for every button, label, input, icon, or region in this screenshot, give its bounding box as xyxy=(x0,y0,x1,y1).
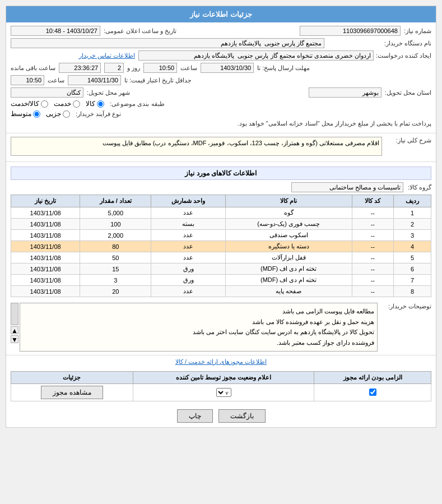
tarikh-ersal-date xyxy=(201,63,254,73)
saat-label1: ساعت xyxy=(180,64,197,72)
col-kod: کد کالا xyxy=(352,195,393,207)
table-row: 7 -- تخته ام دی اف (MDF) ورق 3 1403/11/0… xyxy=(11,275,431,286)
col-tedad: تعداد / مقدار xyxy=(80,195,151,207)
shomare-niaz-input xyxy=(300,26,401,36)
shahr-label: شهر محل تحویل: xyxy=(87,89,130,96)
jadaval-time xyxy=(11,75,44,85)
group-value xyxy=(291,182,403,192)
back-button[interactable]: بازگشت xyxy=(218,409,266,423)
nam-dastgah-label: نام دستگاه خریدار: xyxy=(384,40,431,47)
col-name: نام کالا xyxy=(225,195,352,207)
tarikh-elan-label: تاریخ و ساعت اعلان عمومی: xyxy=(104,27,176,35)
nam-dastgah-input xyxy=(11,38,324,48)
group-label: گروه کالا: xyxy=(408,184,431,191)
table-row: 4 -- دسته یا دستگیره عدد 80 1403/11/08 xyxy=(11,241,431,252)
shomare-niaz-label: شماره نیاز: xyxy=(404,27,431,35)
note-line-3: تحویل کالا در پالایشگاه یازدهم به ادرس س… xyxy=(23,327,374,337)
saat-label2: ساعت xyxy=(48,77,64,84)
tarikh-ersal-time xyxy=(143,63,177,73)
tabaqe-kala[interactable]: کالا xyxy=(86,100,104,108)
noe-mottavasset[interactable]: متوسط xyxy=(11,110,40,118)
majoz-checkbox-wrapper xyxy=(318,389,427,396)
payment-note: پرداخت تمام با بخشی از مبلغ خریداراز محل… xyxy=(237,120,431,127)
majoz-col1: الزامی بودن ارائه مجوز xyxy=(314,371,431,383)
noe-jozi[interactable]: جزیی xyxy=(46,110,70,118)
tarikh-elan-input xyxy=(11,26,100,36)
show-majoz-button[interactable]: مشاهده مجوز xyxy=(41,386,103,399)
notes-label: توضیحات خریدار: xyxy=(381,303,431,310)
note-line-2: هزینه حمل و نقل بر عهده فروشنده کالا می … xyxy=(23,317,374,327)
shahr-input xyxy=(11,87,83,98)
note-line-1: مطالعه فایل پیوست الزامی می باشد xyxy=(23,306,374,317)
ejad-input xyxy=(138,50,374,61)
tabaqe-radio-group: کالا خدمت کالا/خدمت xyxy=(11,100,104,108)
kala-table: ردیف کد کالا نام کالا واحد شمارش تعداد /… xyxy=(11,195,431,297)
noe-farayand-label: نوع فرآیند خریدار: xyxy=(76,110,121,118)
kala-section-title: اطلاعات کالاهای مورد نیاز xyxy=(11,167,431,180)
majoz-dropdown[interactable]: ν xyxy=(216,388,231,397)
table-row: 5 -- قفل ابزارآلات عدد 50 1403/11/08 xyxy=(11,252,431,263)
majoz-row: ν مشاهده مجوز xyxy=(11,383,431,401)
tabaqe-khedmat[interactable]: خدمت xyxy=(54,100,80,108)
tabaqe-label: طبقه بندی موضوعی: xyxy=(110,100,164,108)
button-bar: بازگشت چاپ xyxy=(6,405,436,427)
noe-farayand-radio-group: جزیی متوسط xyxy=(11,110,70,118)
jadaval-label: جداقل تاریخ اعتبار قیمت: تا xyxy=(124,77,192,84)
service-link[interactable]: اطلاعات مجوزهای ارائه خدمت / کالا xyxy=(173,356,269,367)
majoz-checkbox[interactable] xyxy=(369,389,376,396)
jadaval-date xyxy=(68,75,121,85)
table-row: 3 -- اسکوب صندقی عدد 2,000 1403/11/08 xyxy=(11,230,431,241)
tarikh-ersal-rooz xyxy=(104,63,124,73)
majoz-table: الزامی بودن ارائه مجوز اعلام وضعیت مجوز … xyxy=(11,371,431,401)
majoz-col3: جزئیات xyxy=(11,371,133,383)
col-tarikh: تاریخ نیاز xyxy=(11,195,80,207)
page-title: جزئیات اطلاعات نیاز xyxy=(190,10,252,19)
ostan-input xyxy=(309,87,381,98)
table-row: 6 -- تخته ام دی اف (MDF) ورق 15 1403/11/… xyxy=(11,263,431,275)
col-radif: ردیف xyxy=(394,195,431,207)
baghimande-label: ساعت باقی مانده xyxy=(11,64,55,72)
col-vahed: واحد شمارش xyxy=(151,195,225,207)
etela-tamas-link[interactable]: اطلاعات تماس خریدار xyxy=(79,52,135,59)
sharh-textarea[interactable]: اقلام مصرفی مستعلاتی (گوه و همتراز، چسب … xyxy=(11,137,382,156)
table-row: 2 -- چسب فوری (یک-دو-سه) بسته 100 1403/1… xyxy=(11,219,431,230)
ostan-label: استان محل تحویل: xyxy=(385,89,431,96)
print-button[interactable]: چاپ xyxy=(177,409,213,423)
page-header: جزئیات اطلاعات نیاز xyxy=(6,6,436,22)
ejad-label: ایجاد کننده درخواست: xyxy=(376,52,431,59)
tarikh-ersal-baghimande xyxy=(59,63,101,73)
rooz-label: روز و xyxy=(127,64,140,72)
sharh-label: شرح کلی نیاز: xyxy=(387,137,431,144)
table-row: 8 -- صفحه پایه عدد 20 1403/11/08 xyxy=(11,286,431,297)
notes-box: مطالعه فایل پیوست الزامی می باشد هزینه ح… xyxy=(20,303,378,352)
majoz-col2: اعلام وضعیت مجوز توسط تامین کننده xyxy=(133,371,314,383)
tabaqe-kala-khedmat[interactable]: کالا/خدمت xyxy=(11,100,48,108)
tarikh-ersal-label: مهلت ارسال پاسخ: تا xyxy=(257,64,310,72)
table-row: 1 -- گوه عدد 5,000 1403/11/08 xyxy=(11,207,431,219)
note-line-4: فروشنده دارای جواز کسب معتبر باشد. xyxy=(23,337,374,348)
